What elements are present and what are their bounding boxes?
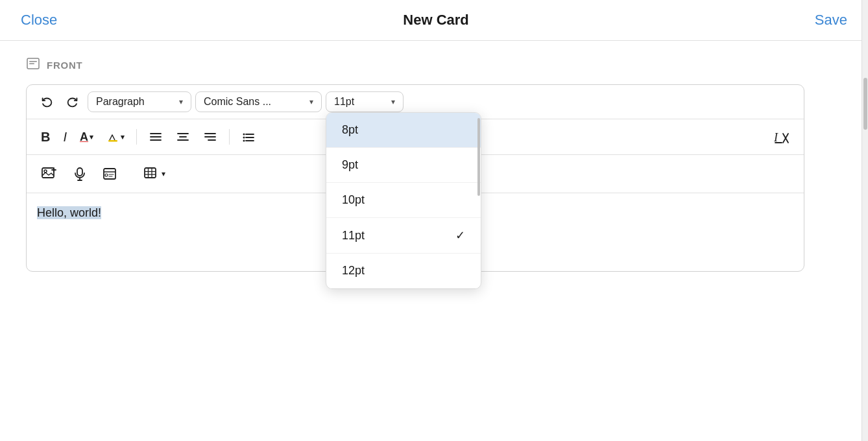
text-color-icon: A (80, 130, 88, 144)
paragraph-label: Paragraph (96, 96, 145, 108)
size-dropdown-wrapper: 11pt ▾ 8pt 9pt 10pt 11pt (326, 91, 404, 112)
size-menu: 8pt 9pt 10pt 11pt ✓ 12pt (326, 112, 481, 289)
svg-rect-1 (29, 61, 37, 62)
front-icon (26, 56, 40, 74)
svg-rect-3 (108, 140, 117, 142)
align-right-button[interactable] (198, 126, 223, 148)
close-button[interactable]: Close (21, 12, 57, 29)
text-color-button[interactable]: A ▾ (75, 126, 99, 148)
font-dropdown[interactable]: Comic Sans ... ▾ (195, 91, 322, 112)
save-button[interactable]: Save (815, 12, 847, 29)
paragraph-chevron-icon: ▾ (179, 97, 183, 106)
highlight-color-button[interactable]: ▾ (101, 126, 130, 147)
list-button[interactable] (236, 126, 261, 148)
clear-format-button[interactable]: I (767, 125, 795, 149)
insert-card-button[interactable] (97, 162, 123, 185)
toolbar-separator-2 (229, 129, 230, 145)
size-option-10pt[interactable]: 10pt (326, 183, 481, 218)
toolbar-separator-1 (136, 129, 137, 145)
menu-scrollbar[interactable] (477, 113, 481, 289)
svg-rect-35 (145, 168, 156, 178)
font-label: Comic Sans ... (204, 96, 271, 108)
size-option-label: 11pt (342, 229, 365, 243)
page-title: New Card (403, 12, 468, 29)
paragraph-dropdown[interactable]: Paragraph ▾ (88, 91, 191, 112)
selected-text: Hello, world! (37, 206, 101, 219)
insert-image-button[interactable] (36, 161, 63, 186)
align-center-button[interactable] (171, 126, 195, 148)
svg-point-13 (243, 134, 245, 136)
svg-point-15 (243, 137, 245, 139)
size-option-12pt[interactable]: 12pt (326, 254, 481, 289)
svg-text:I: I (773, 131, 778, 144)
size-label: 11pt (334, 96, 354, 108)
bold-button[interactable]: B (36, 126, 55, 149)
size-chevron-icon: ▾ (391, 97, 395, 106)
undo-button[interactable] (36, 92, 58, 112)
insert-table-button[interactable]: ▾ (138, 161, 171, 186)
redo-button[interactable] (62, 92, 84, 112)
size-option-9pt[interactable]: 9pt (326, 148, 481, 183)
size-option-label: 8pt (342, 123, 358, 137)
italic-button[interactable]: I (58, 126, 72, 149)
main-content: Front Paragraph ▾ Comic (0, 41, 868, 287)
highlight-icon (106, 130, 119, 143)
section-label: Front (26, 56, 842, 74)
section-title: Front (47, 60, 82, 71)
toolbar-row-1: Paragraph ▾ Comic Sans ... ▾ 11pt ▾ 8pt (27, 85, 804, 119)
size-option-label: 10pt (342, 193, 365, 207)
text-color-chevron: ▾ (90, 133, 93, 141)
app-header: Close New Card Save (0, 0, 868, 41)
selected-checkmark-icon: ✓ (455, 228, 465, 243)
size-option-label: 9pt (342, 158, 358, 172)
font-chevron-icon: ▾ (309, 97, 313, 106)
size-dropdown[interactable]: 11pt ▾ (326, 91, 404, 112)
highlight-chevron: ▾ (121, 133, 125, 141)
svg-point-17 (243, 140, 245, 142)
svg-rect-27 (77, 168, 82, 176)
svg-point-32 (105, 174, 108, 176)
size-option-8pt[interactable]: 8pt (326, 113, 481, 148)
editor-container: Paragraph ▾ Comic Sans ... ▾ 11pt ▾ 8pt (26, 84, 804, 272)
svg-rect-2 (29, 64, 34, 65)
size-option-label: 12pt (342, 264, 365, 278)
table-chevron-icon: ▾ (162, 169, 165, 178)
align-left-button[interactable] (143, 126, 168, 148)
size-option-11pt[interactable]: 11pt ✓ (326, 218, 481, 254)
insert-audio-button[interactable] (67, 162, 93, 185)
menu-scrollbar-thumb (477, 118, 480, 196)
